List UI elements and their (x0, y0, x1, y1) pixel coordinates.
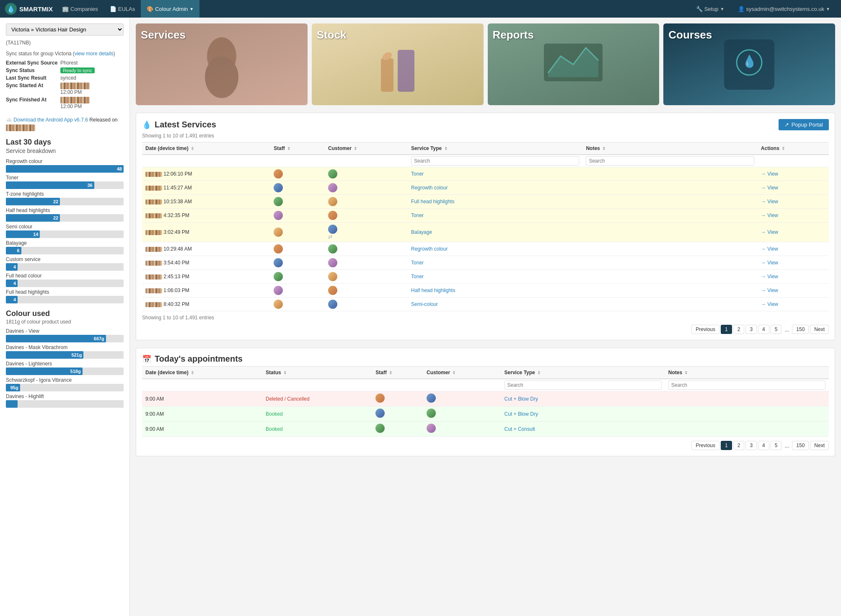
appt-col-status[interactable]: Status ⇕ (262, 367, 372, 379)
appt-page-3[interactable]: 3 (745, 441, 757, 450)
services-page-3[interactable]: 3 (745, 325, 757, 334)
appointments-table: Date (device time) ⇕ Status ⇕ Staff ⇕ (142, 366, 829, 437)
colour-note: 1811g of colour product used (6, 319, 124, 325)
download-link[interactable]: Download the Android App v6.7.6 (13, 117, 88, 123)
pagination-ellipsis: ... (783, 326, 791, 333)
services-page-150[interactable]: 150 (792, 325, 809, 334)
sort-icon: ⇕ (354, 146, 357, 151)
view-link[interactable]: → View (761, 171, 778, 177)
services-page-4[interactable]: 4 (758, 325, 769, 334)
sync-row: External Sync Source Phorest (6, 59, 124, 67)
row-notes (582, 242, 757, 256)
view-link[interactable]: → View (761, 260, 778, 266)
view-link[interactable]: → View (761, 287, 778, 293)
appt-status: Booked (262, 406, 372, 422)
nav-colour-admin[interactable]: 🎨 Colour Admin ▼ (141, 0, 199, 18)
nav-setup[interactable]: 🔧 Setup ▼ (690, 0, 730, 18)
services-page-1[interactable]: 1 (721, 325, 732, 334)
avatar (274, 211, 283, 220)
row-actions: → View (758, 195, 829, 209)
col-service-type[interactable]: Service Type ⇕ (408, 142, 582, 155)
popup-portal-button[interactable]: ↗ Popup Portal (779, 119, 829, 130)
colour-bar-label: Davines - View (6, 328, 124, 334)
col-actions[interactable]: Actions ⇕ (758, 142, 829, 155)
row-staff (270, 167, 325, 181)
sync-detail-link[interactable]: view more details (75, 51, 114, 57)
courses-tile-label: Courses (668, 28, 712, 41)
colour-bar-label: Schwarzkopf - Igora Vibrance (6, 377, 124, 383)
avatar (427, 393, 436, 403)
avatar (274, 272, 283, 281)
appt-previous-button[interactable]: Previous (691, 441, 719, 450)
brand[interactable]: 💧 SMARTMIX (5, 3, 53, 15)
view-link[interactable]: → View (761, 274, 778, 280)
col-staff[interactable]: Staff ⇕ (270, 142, 325, 155)
service-type-search[interactable] (411, 156, 579, 166)
nav-user[interactable]: 👤 sysadmin@switchsystems.co.uk ▼ (732, 0, 836, 18)
row-notes (582, 284, 757, 298)
service-bar-row: Custom service 4 (6, 256, 124, 271)
svg-point-1 (205, 56, 238, 98)
view-link[interactable]: → View (761, 301, 778, 307)
row-actions: → View (758, 209, 829, 223)
services-tile-label: Services (141, 28, 186, 41)
avatar (328, 169, 337, 179)
view-link[interactable]: → View (761, 229, 778, 235)
col-date[interactable]: Date (device time) ⇕ (142, 142, 270, 155)
col-notes[interactable]: Notes ⇕ (582, 142, 757, 155)
reports-tile[interactable]: Reports (488, 23, 660, 105)
services-next-button[interactable]: Next (810, 325, 829, 334)
appt-col-service-type[interactable]: Service Type ⇕ (501, 367, 665, 379)
row-date: 10:15:38 AM (142, 195, 270, 209)
services-page-5[interactable]: 5 (771, 325, 782, 334)
row-notes (582, 195, 757, 209)
navbar: 💧 SMARTMIX 🏢 Companies 📄 EULAs 🎨 Colour … (0, 0, 841, 18)
appt-status: Deleted / Cancelled (262, 391, 372, 406)
sync-row: Sync Status Ready to sync (6, 67, 124, 74)
view-link[interactable]: → View (761, 246, 778, 252)
table-row: 10:15:38 AM Full head highlights → View (142, 195, 829, 209)
avatar (328, 211, 337, 220)
appt-col-notes[interactable]: Notes ⇕ (665, 367, 829, 379)
notes-search[interactable] (586, 156, 754, 166)
services-page-2[interactable]: 2 (733, 325, 745, 334)
view-link[interactable]: → View (761, 185, 778, 191)
row-date: 10:29:48 AM (142, 242, 270, 256)
courses-illustration: 💧 (716, 31, 783, 98)
stock-tile[interactable]: Stock (312, 23, 484, 105)
avatar (274, 228, 283, 237)
table-row: 3:54:40 PM Toner → View (142, 256, 829, 270)
appt-page-150[interactable]: 150 (792, 441, 809, 450)
view-link[interactable]: → View (761, 212, 778, 218)
services-previous-button[interactable]: Previous (691, 325, 719, 334)
appt-service-search[interactable] (505, 380, 662, 390)
services-tile[interactable]: Services (136, 23, 308, 105)
view-link[interactable]: → View (761, 199, 778, 204)
bar-outer: 22 (6, 214, 124, 222)
nav-companies[interactable]: 🏢 Companies (56, 0, 104, 18)
nav-eulas[interactable]: 📄 EULAs (104, 0, 141, 18)
sort-icon: ⇕ (389, 370, 392, 375)
row-actions: → View (758, 223, 829, 242)
appt-page-5[interactable]: 5 (771, 441, 782, 450)
appt-page-2[interactable]: 2 (733, 441, 745, 450)
appt-col-customer[interactable]: Customer ⇕ (423, 367, 501, 379)
col-customer[interactable]: Customer ⇕ (325, 142, 408, 155)
colour-bar-row: Davines - Highlift (6, 393, 124, 408)
row-staff (270, 270, 325, 284)
appt-notes-search[interactable] (668, 380, 825, 390)
appt-col-staff[interactable]: Staff ⇕ (372, 367, 423, 379)
showing-bottom: Showing 1 to 10 of 1,491 entries (142, 315, 829, 321)
appt-staff (372, 391, 423, 406)
row-avatar-bar (145, 172, 162, 177)
courses-tile[interactable]: 💧 Courses (663, 23, 835, 105)
colour-bar-row: Davines - Mask Vibrachrom 521g (6, 344, 124, 359)
salon-selector[interactable]: Victoria » Victorias Hair Design (6, 23, 124, 36)
appt-page-1[interactable]: 1 (721, 441, 732, 450)
appt-col-date[interactable]: Date (device time) ⇕ (142, 367, 262, 379)
appt-page-4[interactable]: 4 (758, 441, 769, 450)
appt-next-button[interactable]: Next (810, 441, 829, 450)
avatar (328, 225, 337, 234)
appointments-title: 📅 Today's appointments (142, 354, 243, 364)
table-row: 1:06:03 PM Half head highlights → View (142, 284, 829, 298)
